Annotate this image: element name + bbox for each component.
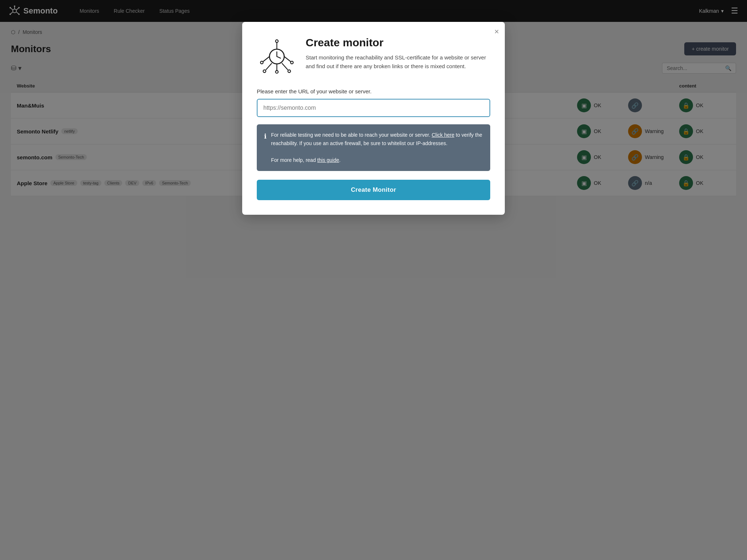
svg-line-18 (284, 57, 290, 62)
modal-header: Create monitor Start monitoring the reac… (257, 36, 490, 78)
info-text: For reliable testing we need to be able … (271, 131, 483, 164)
modal-close-button[interactable]: × (494, 28, 499, 36)
modal-description: Start monitoring the reachability and SS… (306, 53, 490, 71)
this-guide-link[interactable]: this guide (317, 157, 339, 163)
url-input[interactable] (257, 99, 490, 117)
svg-line-16 (263, 57, 269, 62)
svg-point-19 (291, 61, 293, 64)
svg-line-22 (282, 63, 288, 70)
svg-line-20 (266, 63, 272, 70)
create-monitor-submit-button[interactable]: Create Monitor (257, 180, 490, 200)
svg-point-25 (275, 71, 278, 73)
svg-point-15 (275, 40, 278, 42)
url-label: Please enter the URL of your website or … (257, 88, 490, 94)
info-box: ℹ For reliable testing we need to be abl… (257, 124, 490, 171)
svg-point-23 (288, 70, 290, 73)
monitor-illustration (257, 36, 297, 78)
info-icon: ℹ (264, 131, 267, 164)
modal-title-block: Create monitor Start monitoring the reac… (306, 36, 490, 71)
create-monitor-modal: × (242, 22, 505, 215)
svg-point-21 (263, 70, 266, 73)
modal-title: Create monitor (306, 36, 490, 49)
svg-point-17 (260, 61, 263, 64)
svg-line-13 (277, 57, 280, 58)
click-here-link[interactable]: Click here (431, 132, 454, 138)
modal-overlay: × (0, 0, 747, 560)
